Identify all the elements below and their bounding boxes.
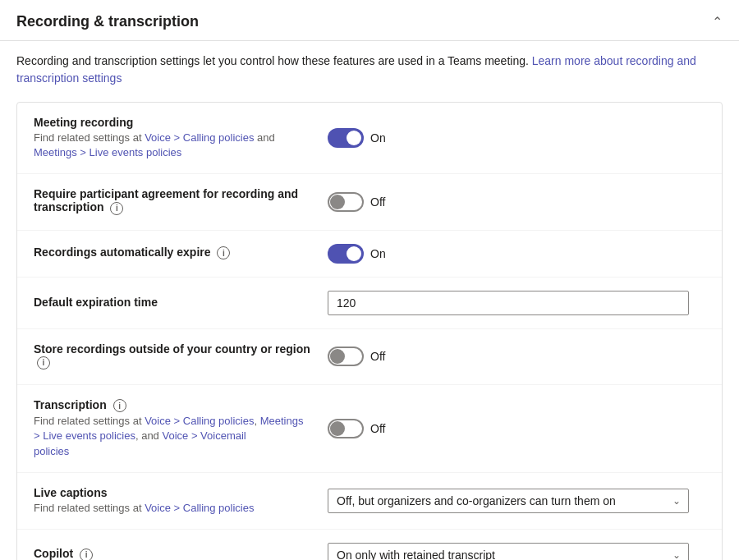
control-meeting-recording: On [328, 128, 705, 148]
link-calling-policies-3[interactable]: Voice > Calling policies [145, 502, 254, 514]
toggle-label-store-outside: Off [370, 350, 393, 363]
setting-title-store-outside: Store recordings outside of your country… [34, 342, 311, 370]
setting-subtitle-meeting-recording: Find related settings at Voice > Calling… [34, 131, 311, 160]
setting-label-recordings-expire: Recordings automatically expire i [34, 246, 328, 261]
page-title: Recording & transcription [16, 13, 199, 30]
toggle-label-require-agreement: Off [370, 195, 393, 209]
setting-label-copilot: Copilot i [34, 547, 328, 560]
toggle-track-transcription [328, 419, 364, 438]
info-icon-recordings-expire[interactable]: i [217, 246, 230, 259]
setting-title-copilot: Copilot i [34, 547, 311, 560]
toggle-label-meeting-recording: On [370, 131, 393, 145]
setting-label-live-captions: Live captions Find related settings at V… [34, 486, 328, 516]
control-recordings-expire: On [328, 244, 705, 264]
setting-label-store-outside: Store recordings outside of your country… [34, 342, 328, 371]
toggle-thumb-store-outside [330, 349, 345, 364]
setting-label-expiration-time: Default expiration time [34, 296, 328, 310]
toggle-thumb-recordings-expire [347, 246, 361, 261]
header-section: Recording & transcription ⌃ [0, 0, 739, 41]
toggle-transcription[interactable] [328, 419, 364, 438]
setting-title-transcription: Transcription i [34, 398, 311, 412]
control-store-outside: Off [328, 347, 705, 366]
setting-subtitle-transcription: Find related settings at Voice > Calling… [34, 414, 311, 459]
toggle-recordings-expire[interactable] [328, 244, 364, 264]
setting-label-meeting-recording: Meeting recording Find related settings … [34, 116, 328, 160]
settings-card: Meeting recording Find related settings … [16, 102, 723, 560]
toggle-meeting-recording[interactable] [328, 128, 364, 148]
setting-title-recordings-expire: Recordings automatically expire i [34, 246, 311, 259]
setting-row-require-agreement: Require participant agreement for record… [17, 174, 722, 230]
setting-row-store-outside: Store recordings outside of your country… [17, 329, 722, 385]
control-copilot: On only with retained transcript Off On … [328, 543, 705, 560]
setting-title-require-agreement: Require participant agreement for record… [34, 187, 311, 214]
setting-row-copilot: Copilot i On only with retained transcri… [17, 530, 722, 560]
setting-label-require-agreement: Require participant agreement for record… [34, 187, 328, 216]
dropdown-wrapper-live-captions: Off, but organizers and co-organizers ca… [328, 489, 689, 513]
setting-row-live-captions: Live captions Find related settings at V… [17, 473, 722, 530]
setting-row-meeting-recording: Meeting recording Find related settings … [17, 103, 722, 174]
copilot-dropdown[interactable]: On only with retained transcript Off On [328, 543, 689, 560]
expiration-time-input[interactable] [328, 291, 689, 315]
setting-title-meeting-recording: Meeting recording [34, 116, 311, 129]
control-live-captions: Off, but organizers and co-organizers ca… [328, 489, 705, 513]
toggle-label-transcription: Off [370, 422, 393, 435]
toggle-store-outside[interactable] [328, 347, 364, 366]
control-require-agreement: Off [328, 192, 705, 212]
toggle-track-meeting-recording [328, 128, 364, 148]
setting-label-transcription: Transcription i Find related settings at… [34, 398, 328, 459]
link-live-events-1[interactable]: Meetings > Live events policies [34, 146, 181, 158]
link-calling-policies-1[interactable]: Voice > Calling policies [145, 131, 254, 144]
info-icon-copilot[interactable]: i [80, 549, 93, 560]
toggle-track-store-outside [328, 347, 364, 366]
info-icon-transcription[interactable]: i [113, 399, 126, 412]
setting-row-transcription: Transcription i Find related settings at… [17, 385, 722, 473]
setting-row-recordings-expire: Recordings automatically expire i On [17, 231, 722, 278]
link-calling-policies-2[interactable]: Voice > Calling policies [145, 415, 254, 427]
description-section: Recording and transcription settings let… [0, 41, 739, 95]
toggle-track-recordings-expire [328, 244, 364, 264]
setting-title-expiration-time: Default expiration time [34, 296, 311, 309]
setting-row-expiration-time: Default expiration time [17, 278, 722, 329]
toggle-label-recordings-expire: On [370, 247, 393, 260]
setting-title-live-captions: Live captions [34, 486, 311, 499]
toggle-thumb-meeting-recording [347, 131, 361, 145]
toggle-thumb-transcription [330, 421, 345, 436]
collapse-icon[interactable]: ⌃ [712, 14, 723, 30]
toggle-require-agreement[interactable] [328, 192, 364, 212]
page-container: Recording & transcription ⌃ Recording an… [0, 0, 739, 560]
toggle-track-require-agreement [328, 192, 364, 212]
info-icon-store-outside[interactable]: i [37, 356, 50, 370]
description-text: Recording and transcription settings let… [16, 54, 532, 67]
toggle-thumb-require-agreement [330, 195, 345, 209]
control-expiration-time [328, 291, 705, 315]
live-captions-dropdown[interactable]: Off, but organizers and co-organizers ca… [328, 489, 689, 513]
setting-subtitle-live-captions: Find related settings at Voice > Calling… [34, 501, 311, 516]
control-transcription: Off [328, 419, 705, 438]
info-icon-require-agreement[interactable]: i [110, 202, 123, 215]
dropdown-wrapper-copilot: On only with retained transcript Off On … [328, 543, 689, 560]
